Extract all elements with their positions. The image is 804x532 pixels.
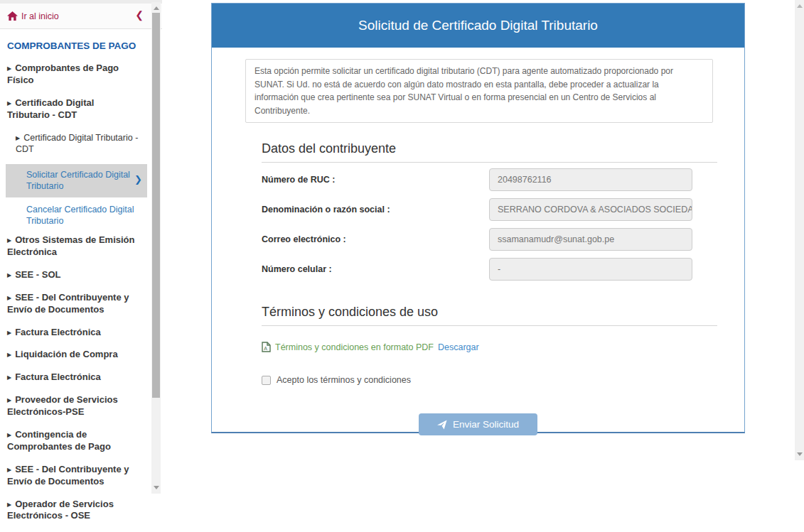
field-label: Número celular : bbox=[262, 264, 489, 274]
triangle-bullet-icon: ▶ bbox=[7, 272, 11, 278]
sidebar-home-row: Ir al inicio ❮ bbox=[0, 4, 162, 29]
triangle-bullet-icon: ▶ bbox=[7, 501, 11, 508]
sidebar-item-label: Solicitar Certificado Digital Tributario bbox=[26, 170, 130, 191]
form-row: Número de RUC :20498762116 bbox=[262, 168, 717, 191]
triangle-bullet-icon: ▶ bbox=[7, 237, 11, 244]
sidebar-item[interactable]: ▶Comprobantes de Pago Físico bbox=[7, 63, 139, 87]
field-value-input: SERRANO CORDOVA & ASOCIADOS SOCIEDAD . bbox=[489, 198, 692, 221]
pdf-icon: A bbox=[262, 342, 271, 352]
triangle-bullet-icon: ▶ bbox=[7, 432, 11, 438]
sidebar-item[interactable]: ▶Certificado Digital Tributario - CDT bbox=[7, 132, 142, 156]
triangle-bullet-icon: ▶ bbox=[7, 397, 11, 403]
sidebar-item-label: Factura Electrónica bbox=[15, 327, 101, 337]
sidebar-item-label: SEE - SOL bbox=[15, 269, 60, 280]
sidebar-item-label: Proveedor de Servicios Electrónicos-PSE bbox=[7, 394, 118, 417]
sidebar-nav: COMPROBANTES DE PAGO ▶Comprobantes de Pa… bbox=[0, 29, 146, 532]
page-scroll-up-icon[interactable] bbox=[797, 4, 803, 8]
form-fields: Número de RUC :20498762116Denominación o… bbox=[262, 168, 717, 281]
triangle-bullet-icon: ▶ bbox=[16, 135, 20, 141]
sidebar-item[interactable]: ▶Operador de Servicios Electrónicos - OS… bbox=[7, 499, 139, 523]
terms-heading: Términos y condiciones de uso bbox=[262, 305, 717, 326]
triangle-bullet-icon: ▶ bbox=[7, 467, 11, 473]
triangle-bullet-icon: ▶ bbox=[7, 100, 11, 107]
chevron-right-icon: ❯ bbox=[134, 174, 142, 186]
svg-text:A: A bbox=[264, 346, 267, 351]
sidebar-item[interactable]: ▶Factura Electrónica bbox=[7, 327, 139, 339]
field-value-input: - bbox=[489, 258, 692, 281]
page-scrollbar[interactable] bbox=[795, 0, 804, 460]
triangle-bullet-icon: ▶ bbox=[7, 65, 11, 72]
sidebar-item-label: Liquidación de Compra bbox=[15, 349, 117, 359]
sidebar-item-label: Comprobantes de Pago Físico bbox=[7, 63, 119, 85]
form-row: Denominación o razón social :SERRANO COR… bbox=[262, 198, 717, 221]
panel-header: Solicitud de Certificado Digital Tributa… bbox=[212, 4, 744, 48]
sidebar-item-label: Cancelar Certificado Digital Tributario bbox=[26, 205, 134, 226]
sidebar-item[interactable]: Solicitar Certificado Digital Tributario… bbox=[6, 164, 147, 197]
accept-terms-row: Acepto los términos y condiciones bbox=[262, 375, 717, 385]
sidebar-item[interactable]: ▶Otros Sistemas de Emisión Electrónica bbox=[7, 234, 139, 259]
sidebar-collapse-button[interactable]: ❮ bbox=[135, 9, 144, 21]
accept-terms-label: Acepto los términos y condiciones bbox=[277, 375, 411, 385]
scroll-down-icon[interactable] bbox=[154, 486, 159, 489]
contribuyente-section: Datos del contribuyente Número de RUC :2… bbox=[262, 141, 717, 281]
sidebar-items: ▶Comprobantes de Pago Físico▶Certificado… bbox=[7, 63, 146, 532]
submit-row: Enviar Solicitud bbox=[244, 413, 712, 435]
terms-section: Términos y condiciones de uso A Términos… bbox=[262, 305, 717, 385]
sidebar-section-title: COMPROBANTES DE PAGO bbox=[7, 40, 146, 51]
sidebar-item-label: Certificado Digital Tributario - CDT bbox=[16, 133, 138, 154]
sidebar: Ir al inicio ❮ COMPROBANTES DE PAGO ▶Com… bbox=[0, 0, 162, 494]
triangle-bullet-icon: ▶ bbox=[7, 352, 11, 358]
sidebar-item-label: Certificado Digital Tributario - CDT bbox=[7, 97, 94, 120]
sidebar-item[interactable]: ▶Liquidación de Compra bbox=[7, 349, 139, 361]
submit-button[interactable]: Enviar Solicitud bbox=[419, 413, 537, 435]
scroll-up-icon[interactable] bbox=[154, 6, 159, 10]
triangle-bullet-icon: ▶ bbox=[7, 374, 11, 381]
home-link-label: Ir al inicio bbox=[21, 11, 59, 21]
triangle-bullet-icon: ▶ bbox=[7, 330, 11, 336]
form-row: Número celular :- bbox=[262, 258, 717, 281]
sidebar-item[interactable]: ▶SEE - SOL bbox=[7, 269, 139, 281]
sidebar-item-label: Contingencia de Comprobantes de Pago bbox=[7, 429, 111, 452]
page-title: Solicitud de Certificado Digital Tributa… bbox=[358, 18, 598, 33]
sidebar-scrollbar[interactable] bbox=[151, 2, 161, 494]
terms-pdf-label: Términos y condiciones en formato PDF bbox=[275, 342, 434, 352]
sidebar-item-label: SEE - Del Contribuyente y Envío de Docum… bbox=[7, 292, 129, 315]
sidebar-scrollbar-thumb[interactable] bbox=[152, 13, 160, 398]
sidebar-item[interactable]: ▶Factura Electrónica bbox=[7, 371, 139, 384]
home-icon bbox=[7, 11, 18, 21]
paper-plane-icon bbox=[437, 420, 447, 430]
sidebar-item[interactable]: ▶Certificado Digital Tributario - CDT bbox=[7, 97, 139, 121]
page-scroll-down-icon[interactable] bbox=[797, 452, 803, 456]
sidebar-item-label: Otros Sistemas de Emisión Electrónica bbox=[7, 234, 135, 257]
field-value-input: 20498762116 bbox=[489, 168, 692, 191]
sidebar-item[interactable]: ▶Contingencia de Comprobantes de Pago bbox=[7, 429, 139, 453]
triangle-bullet-icon: ▶ bbox=[7, 295, 11, 301]
main-panel: Solicitud de Certificado Digital Tributa… bbox=[211, 3, 745, 433]
sidebar-item-label: Operador de Servicios Electrónicos - OSE bbox=[7, 499, 114, 521]
terms-pdf-row: A Términos y condiciones en formato PDF … bbox=[262, 342, 717, 352]
field-label: Correo electrónico : bbox=[262, 234, 489, 244]
sidebar-item[interactable]: Cancelar Certificado Digital Tributario bbox=[7, 204, 142, 227]
field-value-input: ssamanamudr@sunat.gob.pe bbox=[489, 228, 692, 251]
field-label: Denominación o razón social : bbox=[262, 205, 489, 215]
sidebar-item[interactable]: ▶Proveedor de Servicios Electrónicos-PSE bbox=[7, 394, 139, 418]
sidebar-item[interactable]: ▶SEE - Del Contribuyente y Envío de Docu… bbox=[7, 292, 139, 316]
download-link[interactable]: Descargar bbox=[438, 342, 479, 352]
contribuyente-heading: Datos del contribuyente bbox=[262, 141, 717, 163]
intro-text: Esta opción permite solicitar un certifi… bbox=[245, 59, 713, 123]
sidebar-item[interactable]: ▶SEE - Del Contribuyente y Envío de Docu… bbox=[7, 464, 139, 488]
home-link[interactable]: Ir al inicio bbox=[7, 11, 59, 21]
accept-terms-checkbox[interactable] bbox=[262, 376, 271, 385]
sidebar-item-label: SEE - Del Contribuyente y Envío de Docum… bbox=[7, 464, 129, 487]
sidebar-item-label: Factura Electrónica bbox=[15, 371, 101, 382]
field-label: Número de RUC : bbox=[262, 175, 489, 185]
submit-button-label: Enviar Solicitud bbox=[453, 419, 519, 430]
form-row: Correo electrónico :ssamanamudr@sunat.go… bbox=[262, 228, 717, 251]
